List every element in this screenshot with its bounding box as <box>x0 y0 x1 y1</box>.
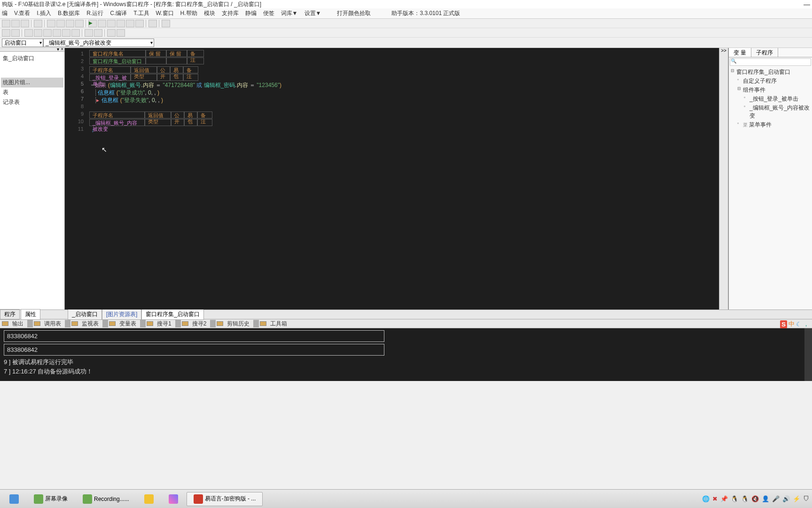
menu-notes[interactable]: 便签 <box>263 9 274 17</box>
tb2-8[interactable] <box>71 29 80 37</box>
tb-btn-step2[interactable] <box>126 20 134 27</box>
menu-settings[interactable]: 设置▼ <box>304 9 321 17</box>
tree-node[interactable]: 窗口程序集_启动窗口 <box>731 68 810 77</box>
menu-edit[interactable]: 编 <box>2 9 8 17</box>
taskbar-item[interactable]: Recording...... <box>76 492 136 506</box>
window-dropdown[interactable]: 启动窗口 <box>2 39 43 47</box>
tb-btn-2[interactable] <box>11 20 20 27</box>
output-scrollbar[interactable] <box>804 328 812 381</box>
tb2-10[interactable] <box>94 29 102 37</box>
tree-item[interactable]: 表 <box>1 87 63 97</box>
tray-icon[interactable]: 🌐 <box>702 495 710 502</box>
tb-btn-7[interactable] <box>66 20 74 27</box>
menu-window[interactable]: W.窗口 <box>156 9 174 17</box>
tree-node[interactable]: 菜 菜单事件 <box>737 120 810 129</box>
code-line[interactable]: ┊ 信息框 ("登录成功", 0, , ) <box>87 89 719 96</box>
tab-variables[interactable]: 变 量 <box>729 48 751 57</box>
output-box[interactable]: 833806842 <box>4 344 384 356</box>
tray-icon[interactable]: 🐧 <box>741 495 749 502</box>
menu-help[interactable]: H.帮助 <box>180 9 197 17</box>
taskbar-item[interactable] <box>138 492 160 506</box>
taskbar-item[interactable] <box>162 492 185 506</box>
menu-lexicon[interactable]: 词库▼ <box>281 9 298 17</box>
tree-node[interactable]: 组件事件 <box>737 86 810 95</box>
taskbar-item[interactable]: 屏幕录像 <box>27 492 74 506</box>
tb-btn-6[interactable] <box>56 20 65 27</box>
code-editor[interactable]: 1 2 3 4 5 6 7 8 9 10 11 窗口程序集名 保 留 保 留 备… <box>65 48 719 310</box>
menu-insert[interactable]: I.插入 <box>37 9 51 17</box>
taskbar-item[interactable] <box>3 492 25 506</box>
tray-icon[interactable]: ⛉ <box>803 495 809 502</box>
tb-btn-8[interactable] <box>75 20 84 27</box>
menu-static-compile[interactable]: 静编 <box>245 9 257 17</box>
tb-btn-step4[interactable] <box>148 20 157 27</box>
code-table-row[interactable]: _编辑框_账号_内容被改变 <box>89 119 719 126</box>
tb-btn-1[interactable] <box>2 20 10 27</box>
tree-node[interactable]: _编辑框_账号_内容被改变 <box>744 103 810 120</box>
code-table-row[interactable]: _按钮_登录_被单击 <box>89 74 719 81</box>
right-tree[interactable]: 窗口程序集_启动窗口 自定义子程序 组件事件 _按钮_登录_被单击 _编辑框_账… <box>729 67 812 130</box>
code-line[interactable]: ┉ 如果 (编辑框_账号.内容 ＝ "471728448" 或 编辑框_密码.内… <box>87 81 719 89</box>
tb-btn-last[interactable] <box>162 20 170 27</box>
tb-btn-step1[interactable] <box>117 20 125 27</box>
tb2-11[interactable] <box>107 29 116 37</box>
event-dropdown[interactable]: _编辑框_账号_内容被改变 <box>43 39 154 47</box>
code-line[interactable]: ↓ <box>87 127 719 134</box>
tray-icon[interactable]: 🔇 <box>751 495 759 502</box>
tb2-1[interactable] <box>2 29 10 37</box>
tree-item[interactable] <box>1 64 63 78</box>
tray-icon[interactable]: ⚡ <box>793 495 800 502</box>
tb2-12[interactable] <box>117 29 125 37</box>
tray-icon[interactable]: 🔊 <box>782 495 790 502</box>
tray-icon[interactable]: ✖ <box>712 495 718 502</box>
menu-view[interactable]: V.查看 <box>14 9 30 17</box>
menu-compile[interactable]: C.编译 <box>110 9 127 17</box>
menu-module[interactable]: 模块 <box>204 9 215 17</box>
tree-item-selected[interactable]: 统图片组... <box>1 78 63 87</box>
right-panel-collapse[interactable]: >> <box>719 48 728 310</box>
tb2-6[interactable] <box>53 29 61 37</box>
ime-moon-icon[interactable]: ☾ <box>796 321 802 328</box>
window-minimize[interactable]: — <box>804 0 810 8</box>
tray-icon[interactable]: 🎤 <box>772 495 780 502</box>
tree-item[interactable]: 集_启动窗口 <box>1 54 63 64</box>
tab-subroutines[interactable]: 子程序 <box>751 48 778 57</box>
tb2-3[interactable] <box>24 29 33 37</box>
left-panel-close-icon[interactable]: ▾ × <box>57 47 63 52</box>
run-button[interactable]: ▶ <box>88 20 97 27</box>
taskbar-item-active[interactable]: 易语言-加密狗版 - ... <box>187 492 263 506</box>
tab-toolbox[interactable]: 工具箱 <box>267 319 290 329</box>
code-area[interactable]: 窗口程序集名 保 留 保 留 备 注 窗口程序集_启动窗口 子程序名 返回值类型… <box>87 48 719 310</box>
tb-btn-5[interactable] <box>47 20 55 27</box>
tb2-4[interactable] <box>34 29 42 37</box>
code-line[interactable]: ┊▸ 信息框 ("登录失败", 0, , ) <box>87 96 719 104</box>
tray-icon[interactable]: 📌 <box>720 495 728 502</box>
menu-tools[interactable]: T.工具 <box>133 9 149 17</box>
tab-watch[interactable]: 监视表 <box>79 319 102 329</box>
menu-support-lib[interactable]: 支持库 <box>222 9 239 17</box>
ime-lang-icon[interactable]: 中 <box>789 320 795 328</box>
tb-btn-4[interactable] <box>34 20 42 27</box>
code-table-row[interactable]: 窗口程序集_启动窗口 <box>89 57 719 64</box>
code-line-empty[interactable] <box>87 104 719 111</box>
tab-clipboard[interactable]: 剪辑历史 <box>224 319 252 329</box>
tab-call-table[interactable]: 调用表 <box>41 319 64 329</box>
tab-search1[interactable]: 搜寻1 <box>154 319 174 329</box>
tray-icon[interactable]: 🐧 <box>731 495 738 502</box>
tree-node[interactable]: 自定义子程序 <box>737 77 810 86</box>
search-input[interactable] <box>730 58 811 66</box>
tab-variables[interactable]: 变量表 <box>117 319 139 329</box>
tb-btn-step3[interactable] <box>135 20 144 27</box>
tb2-5[interactable] <box>43 29 52 37</box>
menu-database[interactable]: B.数据库 <box>58 9 80 17</box>
tree-node[interactable]: _按钮_登录_被单击 <box>744 95 810 103</box>
tb2-7[interactable] <box>62 29 70 37</box>
menu-color-picker[interactable]: 打开颜色拾取 <box>337 9 371 17</box>
tb2-9[interactable] <box>85 29 93 37</box>
pause-button[interactable] <box>98 20 106 27</box>
ime-s-icon[interactable]: S <box>780 320 787 328</box>
menu-run[interactable]: R.运行 <box>86 9 103 17</box>
tb2-2[interactable] <box>11 29 20 37</box>
tray-icon[interactable]: 👤 <box>762 495 769 502</box>
stop-button[interactable] <box>107 20 116 27</box>
